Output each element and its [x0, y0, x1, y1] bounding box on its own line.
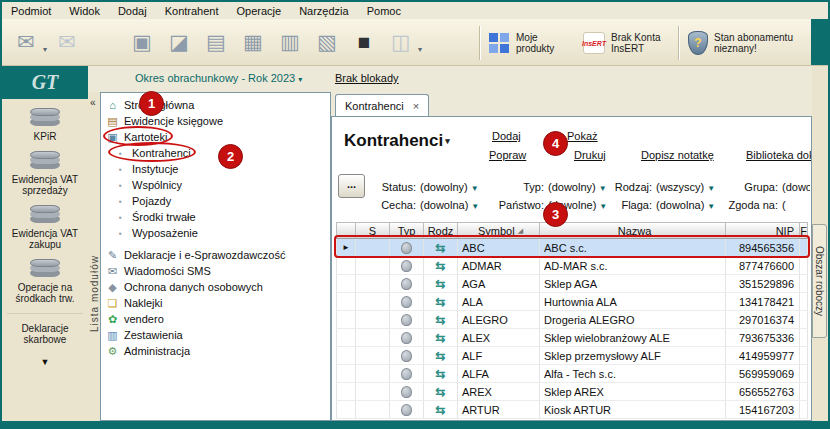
- flaga-filter[interactable]: (dowolna): [656, 199, 704, 211]
- menu-narzedzia[interactable]: Narzędzia: [290, 4, 358, 18]
- popraw-link[interactable]: Popraw: [489, 149, 526, 161]
- module-operacje-srodki-trwale[interactable]: Operacje na środkach trw.: [2, 259, 88, 304]
- chevron-down-icon[interactable]: ▾: [418, 45, 422, 54]
- sidebar-item-label: Zestawienia: [124, 329, 183, 341]
- sidebar-item-vendero[interactable]: ✿vendero: [101, 311, 330, 327]
- chevron-down-icon[interactable]: ▾: [43, 45, 47, 54]
- lock-status-link[interactable]: Brak blokady: [335, 72, 399, 84]
- sidebar-item-deklaracje[interactable]: ✎Deklaracje i e-Sprawozdawczość: [101, 247, 330, 263]
- biblioteka-link[interactable]: Biblioteka dok: [746, 149, 812, 161]
- period-band: Okres obrachunkowy - Rok 2023▾ Brak blok…: [88, 66, 828, 92]
- sidebar-item-zestawienia[interactable]: ▥Zestawienia: [101, 327, 330, 343]
- table-row[interactable]: ⇆ AGA Sklep AGA 351529896: [336, 275, 808, 293]
- table-row[interactable]: ⇆ ALF Sklep przemysłowy ALF 414959977: [336, 347, 808, 365]
- pokaz-link[interactable]: Pokaż: [567, 130, 598, 142]
- chevron-down-icon[interactable]: ▼: [471, 202, 479, 211]
- menu-operacje[interactable]: Operacje: [228, 4, 291, 18]
- jug-icon[interactable]: ◫: [385, 25, 417, 59]
- ledger-stack-icon: [30, 108, 60, 116]
- table-row[interactable]: ⇆ ALFA Alfa - Tech s.c. 569959069: [336, 365, 808, 383]
- sidebar-item-administracja[interactable]: ⚙Administracja: [101, 343, 330, 359]
- eraser-icon[interactable]: ◪: [163, 25, 195, 59]
- table-row[interactable]: ⇆ ALEX Sklep wielobranżowy ALE 793675336: [336, 329, 808, 347]
- printer-icon[interactable]: ▥: [274, 25, 306, 59]
- filter-label: Państwo:: [496, 199, 544, 211]
- kontrahenci-panel: Kontrahenci▾ Dodaj Pokaż Popraw Drukuj D…: [331, 116, 812, 421]
- cube-icon[interactable]: ■: [348, 25, 380, 59]
- toolbar: ✉ ▾ ✉ ▣ ◪ ▤ ▦ ▥ ▧ ■ ◫ ▾ Moje produkty In…: [2, 19, 828, 66]
- sidebar-item-wiadomosci-sms[interactable]: ✉Wiadomości SMS: [101, 263, 330, 279]
- more-modules-icon[interactable]: ▼: [2, 357, 88, 367]
- chart-icon: ▥: [106, 329, 119, 342]
- subscription-status-button[interactable]: ? Stan abonamentu nieznany!: [688, 31, 800, 55]
- chevron-down-icon: ▾: [445, 136, 450, 146]
- accounting-period-dropdown[interactable]: Okres obrachunkowy - Rok 2023▾: [135, 72, 302, 84]
- module-list-vertical-tab[interactable]: Lista modułów: [88, 192, 100, 332]
- filter-label: Flaga:: [610, 199, 652, 211]
- sidebar-item-label: Deklaracje i e-Sprawozdawczość: [124, 249, 285, 261]
- sidebar-item-wspolnicy[interactable]: ▪Wspólnicy: [101, 177, 330, 193]
- sidebar-item-ochrona-danych[interactable]: ◆Ochrona danych osobowych: [101, 279, 330, 295]
- drukuj-link[interactable]: Drukuj: [574, 149, 606, 161]
- sidebar-item-wyposazenie[interactable]: ▪Wyposażenie: [101, 225, 330, 241]
- book-icon: ▤: [106, 115, 119, 128]
- mail-icon[interactable]: ✉: [51, 25, 83, 59]
- sidebar-item-naklejki[interactable]: ❏Naklejki: [101, 295, 330, 311]
- table-row[interactable]: ⇆ ADMAR AD-MAR s.c. 877476600: [336, 257, 808, 275]
- flower-icon: ✿: [106, 313, 119, 326]
- rodzaj-filter[interactable]: (wszyscy): [656, 181, 704, 193]
- filter-label: Zgoda na:: [720, 199, 778, 211]
- menu-pomoc[interactable]: Pomoc: [358, 4, 410, 18]
- typ-filter[interactable]: (dowolny): [548, 181, 596, 193]
- chevron-down-icon[interactable]: ▼: [599, 184, 607, 193]
- chevron-down-icon[interactable]: ▼: [707, 184, 715, 193]
- moje-produkty-button[interactable]: Moje produkty: [489, 32, 574, 54]
- table-row[interactable]: ⇆ AREX Sklep AREX 656552763: [336, 383, 808, 401]
- home-icon: ⌂: [106, 99, 119, 112]
- rodzaj-arrows-icon: ⇆: [435, 278, 445, 290]
- dopisz-notatke-link[interactable]: Dopisz notatkę: [641, 149, 714, 161]
- menu-podmiot[interactable]: Podmiot: [2, 4, 60, 18]
- workspace-vertical-tab[interactable]: Obszar roboczy: [812, 224, 827, 338]
- module-ewidencja-vat-sprzedazy[interactable]: Ewidencja VAT sprzedaży: [2, 151, 88, 196]
- chevron-down-icon[interactable]: ▼: [599, 202, 607, 211]
- menu-kontrahent[interactable]: Kontrahent: [156, 4, 228, 18]
- copy-icon[interactable]: ▣: [126, 25, 158, 59]
- menu-dodaj[interactable]: Dodaj: [109, 4, 156, 18]
- table-row[interactable]: ⇆ ALA Hurtownia ALA 134178421: [336, 293, 808, 311]
- zgoda-filter[interactable]: (: [782, 199, 786, 211]
- shield-question-icon: ?: [688, 31, 708, 55]
- module-separator: [7, 313, 83, 314]
- chevron-down-icon[interactable]: ▼: [707, 202, 715, 211]
- menu-widok[interactable]: Widok: [60, 4, 109, 18]
- card-icon[interactable]: ▤: [200, 25, 232, 59]
- dodaj-link[interactable]: Dodaj: [492, 130, 521, 142]
- stack-icon[interactable]: ▦: [237, 25, 269, 59]
- tab-kontrahenci[interactable]: Kontrahenci ×: [335, 94, 429, 117]
- table-row[interactable]: ⇆ ARTUR Kiosk ARTUR 154167203: [336, 401, 808, 419]
- grupa-filter[interactable]: (dowoln: [782, 181, 810, 193]
- chevron-down-icon[interactable]: ▼: [471, 184, 479, 193]
- send-icon[interactable]: ✉: [10, 25, 42, 59]
- module-kpir[interactable]: KPiR: [2, 108, 88, 142]
- sidebar-item-srodki-trwale[interactable]: ▪Środki trwałe: [101, 209, 330, 225]
- sidebar-item-pojazdy[interactable]: ▪Pojazdy: [101, 193, 330, 209]
- sidebar-item-strona-glowna[interactable]: ⌂Strona główna: [101, 97, 330, 113]
- collapse-icon[interactable]: «: [90, 97, 96, 108]
- table-row[interactable]: ⇆ ALEGRO Drogeria ALEGRO 297016374: [336, 311, 808, 329]
- sheets-icon[interactable]: ▧: [311, 25, 343, 59]
- page-title[interactable]: Kontrahenci▾: [344, 131, 450, 151]
- bullet-icon: ▪: [114, 227, 127, 240]
- close-icon[interactable]: ×: [413, 100, 419, 112]
- ledger-stack-icon: [30, 205, 60, 213]
- status-filter[interactable]: (dowolny): [420, 181, 468, 193]
- module-deklaracje-skarbowe[interactable]: Deklaracje skarbowe: [2, 323, 88, 345]
- cecha-filter[interactable]: (dowolna): [420, 199, 468, 211]
- module-ewidencja-vat-zakupu[interactable]: Ewidencja VAT zakupu: [2, 205, 88, 250]
- sidebar-item-instytucje[interactable]: ▪Instytucje: [101, 161, 330, 177]
- annotation-circle-2: 2: [218, 144, 243, 169]
- rodzaj-arrows-icon: ⇆: [435, 260, 445, 272]
- filter-options-button[interactable]: ...: [338, 174, 365, 198]
- chevron-down-icon: ▾: [298, 75, 302, 84]
- brak-konta-insert-button[interactable]: InsERT Brak Konta InsERT: [583, 32, 669, 54]
